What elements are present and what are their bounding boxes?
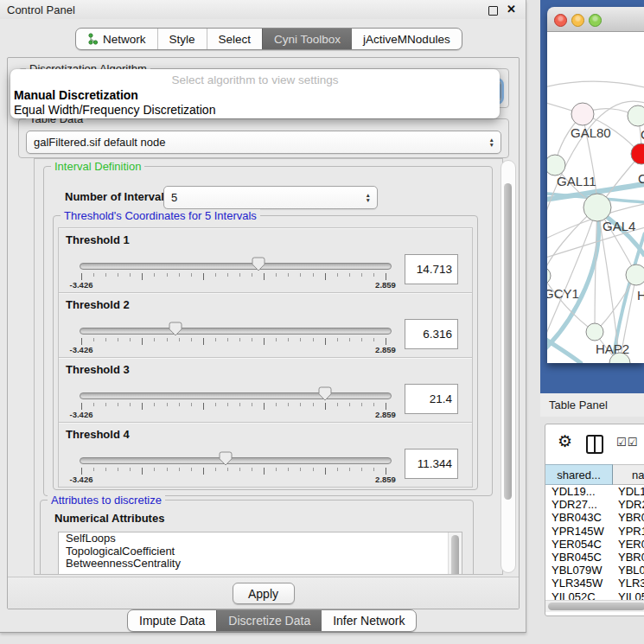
threshold-value-field[interactable]: 21.4 xyxy=(405,384,458,414)
network-node-gcy1[interactable] xyxy=(547,267,551,284)
threshold-slider-thumb[interactable] xyxy=(169,322,182,336)
tab-infer-network[interactable]: Infer Network xyxy=(322,610,416,631)
attribute-item[interactable]: TopologicalCoefficient xyxy=(59,545,462,558)
num-intervals-combobox[interactable]: 5 ▲▼ xyxy=(163,186,378,209)
table-row[interactable]: YDR27...YDR27 xyxy=(545,498,644,511)
threshold-value-field[interactable]: 6.316 xyxy=(405,319,458,349)
threshold-slider-thumb[interactable] xyxy=(318,386,332,401)
table-row[interactable]: YER054CYER05 xyxy=(545,538,644,551)
network-node-label: HAP2 xyxy=(596,341,629,356)
tick-mark xyxy=(325,338,326,345)
tick-mark xyxy=(227,403,228,406)
algorithm-option-equal-width[interactable]: Equal Width/Frequency Discretization xyxy=(14,103,215,117)
minimize-traffic-light[interactable] xyxy=(571,14,584,27)
cell-name: YBR04 xyxy=(618,551,644,564)
tick-mark xyxy=(349,468,350,471)
network-node-label: GA xyxy=(641,127,644,142)
table-row[interactable]: YBR045CYBR04 xyxy=(545,551,644,564)
tick-mark xyxy=(203,468,204,475)
tick-mark xyxy=(130,273,131,277)
network-node-gal11[interactable] xyxy=(547,155,565,175)
float-window-icon[interactable] xyxy=(488,6,498,16)
select-columns-icon[interactable]: ☑☑ xyxy=(616,436,638,449)
close-traffic-light[interactable] xyxy=(554,14,567,27)
scrollbar-thumb[interactable] xyxy=(504,183,512,500)
column-layout-icon[interactable] xyxy=(586,435,603,454)
network-node-ga[interactable] xyxy=(628,105,644,126)
tab-network[interactable]: Network xyxy=(76,29,157,49)
tick-mark xyxy=(252,468,252,471)
network-node-hap2[interactable] xyxy=(586,323,603,341)
tick-label: 2.859 xyxy=(375,475,396,484)
cell-shared-name: YER054C xyxy=(552,538,602,551)
table-horizontal-scrollbar[interactable] xyxy=(545,600,644,612)
threshold-label: Threshold 4 xyxy=(66,428,130,441)
tick-mark xyxy=(264,338,265,345)
apply-button[interactable]: Apply xyxy=(233,583,295,604)
thresholds-title: Threshold's Coordinates for 5 Intervals xyxy=(61,209,260,222)
scrollbar-thumb[interactable] xyxy=(548,603,644,610)
threshold-slider-track[interactable] xyxy=(80,328,392,335)
tick-mark xyxy=(93,338,94,341)
tick-mark xyxy=(191,273,192,277)
tab-style[interactable]: Style xyxy=(157,29,207,49)
numerical-attributes-list[interactable]: SelfLoopsTopologicalCoefficientBetweenne… xyxy=(58,532,462,575)
network-node-h[interactable] xyxy=(626,265,644,285)
table-row[interactable]: YBL079WYBL07 xyxy=(545,564,644,577)
tick-mark xyxy=(118,403,118,406)
table-row[interactable]: YPR145WYPR14 xyxy=(545,525,644,538)
network-node-gal4[interactable] xyxy=(583,194,611,221)
network-node-gal80[interactable] xyxy=(571,103,594,125)
tab-impute-data[interactable]: Impute Data xyxy=(128,610,216,631)
tab-cyni-toolbox[interactable]: Cyni Toolbox xyxy=(262,29,352,49)
threshold-slider-track[interactable] xyxy=(80,457,392,464)
table-row[interactable]: YLR345WYLR34 xyxy=(545,577,644,590)
table-panel-body: ⚙ ☑☑ shared... name YDL19...YDL19YDR27..… xyxy=(540,417,644,644)
tab-jactivemnodules[interactable]: jActiveMNodules xyxy=(352,29,462,49)
tick-mark xyxy=(239,403,240,406)
tick-mark xyxy=(191,338,192,341)
settings-vertical-scrollbar[interactable] xyxy=(501,160,516,573)
threshold-label: Threshold 2 xyxy=(66,298,130,311)
tick-mark xyxy=(154,468,155,471)
threshold-value-field[interactable]: 11.344 xyxy=(405,449,458,479)
network-node-label: GAL11 xyxy=(557,174,596,188)
column-header-name[interactable]: name xyxy=(613,464,644,485)
tab-discretize-data[interactable]: Discretize Data xyxy=(216,610,322,631)
tab-select[interactable]: Select xyxy=(207,29,263,49)
network-canvas[interactable]: GAL80GACGAL11GAL4GCY1HHAP2 xyxy=(547,32,644,363)
attribute-item[interactable]: BetweennessCentrality xyxy=(59,558,462,571)
gear-icon[interactable]: ⚙ xyxy=(558,431,572,451)
tick-mark xyxy=(142,338,143,345)
close-window-icon[interactable]: ✕ xyxy=(507,3,516,16)
tick-mark xyxy=(215,338,216,341)
tick-mark xyxy=(373,403,374,406)
tick-mark xyxy=(325,273,326,280)
tick-mark xyxy=(179,273,180,277)
threshold-slider-track[interactable] xyxy=(80,263,392,270)
tick-label: -3.426 xyxy=(70,475,93,484)
tick-mark xyxy=(81,273,82,280)
table-row[interactable]: YBR043CYBR04 xyxy=(545,511,644,524)
attributes-group: Attributes to discretize Numerical Attri… xyxy=(40,500,474,575)
cell-name: YDR27 xyxy=(618,498,644,511)
spinner-arrows-icon: ▲▼ xyxy=(489,137,494,148)
threshold-slider-thumb[interactable] xyxy=(219,451,233,466)
attribute-item[interactable]: SelfLoops xyxy=(59,532,462,545)
tick-mark xyxy=(300,403,301,406)
threshold-value-field[interactable]: 14.713 xyxy=(405,254,458,284)
zoom-traffic-light[interactable] xyxy=(589,14,602,27)
tick-mark xyxy=(154,273,155,277)
network-icon xyxy=(87,33,99,45)
attributes-list-scrollbar[interactable] xyxy=(448,532,462,575)
cell-shared-name: YDL19... xyxy=(552,485,596,498)
threshold-slider-track[interactable] xyxy=(80,392,392,399)
table-data-combobox[interactable]: galFiltered.sif default node ▲▼ xyxy=(26,131,501,154)
tick-mark xyxy=(93,273,94,277)
num-intervals-value: 5 xyxy=(164,191,366,204)
algorithm-option-manual[interactable]: Manual Discretization xyxy=(14,88,138,102)
column-header-shared[interactable]: shared... xyxy=(545,464,613,485)
threshold-slider-thumb[interactable] xyxy=(252,257,265,271)
network-node-label: GAL4 xyxy=(603,219,635,233)
table-row[interactable]: YDL19...YDL19 xyxy=(545,485,644,498)
